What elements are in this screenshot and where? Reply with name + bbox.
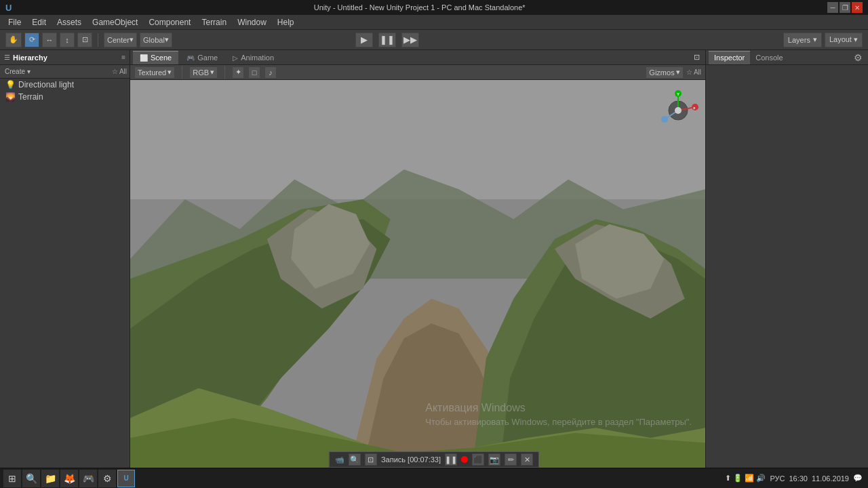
terrain-icon: 🌄: [5, 92, 16, 102]
inspector-panel: Inspector Console ⚙: [705, 50, 868, 468]
anim-tab-icon: ▷: [233, 54, 238, 62]
tab-game[interactable]: 🎮 Game: [180, 51, 224, 64]
tab-inspector[interactable]: Inspector: [709, 51, 750, 64]
taskbar-time: 16:30: [789, 474, 808, 483]
record-snapshot-btn[interactable]: 📷: [488, 453, 500, 466]
scene-sep1: [182, 66, 182, 79]
hierarchy-item-directional[interactable]: 💡 Directional light: [0, 79, 130, 91]
tool-rotate[interactable]: ↔: [42, 33, 57, 47]
pivot-btn[interactable]: Center ▾: [104, 33, 137, 47]
restore-button[interactable]: ❐: [840, 2, 850, 13]
scene-toolbar: Textured ▾ RGB ▾ ✦ □ ♪ Gizmos ▾ ☆ All: [130, 65, 705, 80]
step-button[interactable]: ▶▶: [401, 33, 419, 47]
scene-2d-btn[interactable]: □: [248, 66, 260, 79]
hierarchy-item-terrain[interactable]: 🌄 Terrain: [0, 91, 130, 103]
taskbar-icons: ⬆ 🔋 📶 🔊: [725, 474, 766, 483]
light-icon: 💡: [5, 80, 16, 89]
menu-terrain[interactable]: Terrain: [196, 16, 232, 28]
taskbar-app4-btn[interactable]: ⚙: [98, 470, 116, 487]
inspector-tabs: Inspector Console ⚙: [706, 50, 868, 65]
layout-dropdown[interactable]: Layout ▾: [825, 33, 863, 47]
taskbar-lang: РУС: [770, 474, 785, 483]
tool-rect[interactable]: ⊡: [77, 33, 92, 47]
svg-point-24: [675, 107, 682, 114]
tool-scale[interactable]: ↕: [60, 33, 75, 47]
menu-gameobject[interactable]: GameObject: [87, 16, 143, 28]
terrain-view: Y x: [130, 80, 705, 468]
taskbar: ⊞ 🔍 📁 🦊 🎮 ⚙ U ⬆ 🔋 📶 🔊 РУС 16:30 11.06.20…: [0, 468, 868, 488]
taskbar-app3-btn[interactable]: 🎮: [79, 470, 97, 487]
record-camera-icon: 📹: [335, 455, 344, 464]
menu-assets[interactable]: Assets: [52, 16, 87, 28]
window-title: Unity - Untitled - New Unity Project 1 -…: [12, 3, 827, 12]
hierarchy-panel: ☰ Hierarchy ≡ Create ▾ ☆ All 💡 Direction…: [0, 50, 130, 468]
menu-window[interactable]: Window: [232, 16, 272, 28]
scene-sep2: [224, 66, 225, 79]
main-toolbar: ✋ ⟳ ↔ ↕ ⊡ Center ▾ Global ▾ ▶ ❚❚ ▶▶ Laye…: [0, 30, 868, 50]
svg-text:Y: Y: [677, 92, 679, 96]
close-button[interactable]: ✕: [852, 2, 863, 13]
hierarchy-create-btn[interactable]: Create ▾: [3, 68, 33, 75]
gizmos-btn[interactable]: Gizmos ▾: [646, 66, 683, 79]
space-btn[interactable]: Global ▾: [140, 33, 172, 47]
scene-tabs: ⬜ Scene 🎮 Game ▷ Animation ⊡: [130, 50, 705, 65]
terrain-svg: [130, 80, 705, 468]
gizmos-area: Gizmos ▾ ☆ All: [646, 66, 701, 79]
tab-animation[interactable]: ▷ Animation: [226, 51, 281, 64]
play-button[interactable]: ▶: [355, 33, 373, 47]
scene-all-label: ☆ All: [686, 68, 701, 76]
layers-dropdown[interactable]: Layers ▾: [783, 33, 822, 47]
scene-fx-btn[interactable]: ✦: [232, 66, 244, 79]
hierarchy-toolbar: Create ▾ ☆ All: [0, 65, 130, 79]
hierarchy-collapse[interactable]: ≡: [121, 54, 125, 61]
inspector-close-btn[interactable]: ⚙: [851, 52, 865, 63]
minimize-button[interactable]: ─: [827, 2, 838, 13]
pause-button[interactable]: ❚❚: [378, 33, 396, 47]
scene-audio-btn[interactable]: ♪: [264, 66, 277, 79]
record-stop-btn[interactable]: ⬛: [472, 453, 484, 466]
sep1: [98, 33, 98, 47]
record-pause-btn[interactable]: ❚❚: [445, 453, 457, 466]
taskbar-browser-btn[interactable]: 🦊: [60, 470, 78, 487]
hierarchy-all: ☆ All: [112, 68, 127, 75]
unity-taskbar-btn[interactable]: U: [117, 470, 135, 487]
menu-edit[interactable]: Edit: [26, 16, 52, 28]
taskbar-notify[interactable]: 💬: [853, 474, 863, 483]
main-layout: ☰ Hierarchy ≡ Create ▾ ☆ All 💡 Direction…: [0, 50, 868, 468]
svg-point-23: [661, 116, 668, 123]
taskbar-search-btn[interactable]: 🔍: [22, 470, 40, 487]
playback-controls: ▶ ❚❚ ▶▶: [355, 33, 419, 47]
axis-gizmo: Y x: [658, 87, 698, 127]
scene-area: ⬜ Scene 🎮 Game ▷ Animation ⊡ Textured ▾ …: [130, 50, 705, 468]
title-bar: U Unity - Untitled - New Unity Project 1…: [0, 0, 868, 15]
rec-indicator: [461, 456, 468, 463]
taskbar-right: ⬆ 🔋 📶 🔊 РУС 16:30 11.06.2019 💬: [725, 474, 865, 483]
menu-help[interactable]: Help: [272, 16, 300, 28]
record-label: Запись [00:07:33]: [381, 455, 441, 464]
tool-translate[interactable]: ⟳: [24, 33, 39, 47]
record-close-btn[interactable]: ✕: [521, 453, 533, 466]
scene-tab-icon: ⬜: [140, 54, 148, 62]
taskbar-explorer-btn[interactable]: 📁: [41, 470, 59, 487]
render-mode-dropdown[interactable]: Textured ▾: [134, 66, 175, 79]
tab-scene[interactable]: ⬜ Scene: [133, 51, 178, 64]
scene-tab-right: ⊡: [694, 53, 703, 62]
hierarchy-list: 💡 Directional light 🌄 Terrain: [0, 79, 130, 103]
game-tab-icon: 🎮: [186, 54, 195, 62]
record-pencil-btn[interactable]: ✏: [505, 453, 517, 466]
hierarchy-header: ☰ Hierarchy ≡: [0, 50, 130, 65]
maximize-icon[interactable]: ⊡: [694, 53, 700, 62]
record-bar: 📹 🔍 ⊡ Запись [00:07:33] ❚❚ ⬛ 📷 ✏ ✕: [329, 451, 539, 468]
color-mode-dropdown[interactable]: RGB ▾: [189, 66, 218, 79]
menu-bar: File Edit Assets GameObject Component Te…: [0, 15, 868, 30]
hierarchy-icon: ☰: [4, 54, 10, 61]
menu-component[interactable]: Component: [143, 16, 196, 28]
hierarchy-tab[interactable]: Hierarchy: [13, 54, 47, 62]
tab-console[interactable]: Console: [750, 51, 788, 64]
taskbar-start-btn[interactable]: ⊞: [3, 470, 21, 487]
scene-viewport[interactable]: Y x Активация Windows Чтобы активировать…: [130, 80, 705, 468]
menu-file[interactable]: File: [3, 16, 26, 28]
record-search-btn[interactable]: 🔍: [349, 453, 361, 466]
record-monitor-btn[interactable]: ⊡: [365, 453, 377, 466]
tool-hand[interactable]: ✋: [5, 33, 22, 47]
